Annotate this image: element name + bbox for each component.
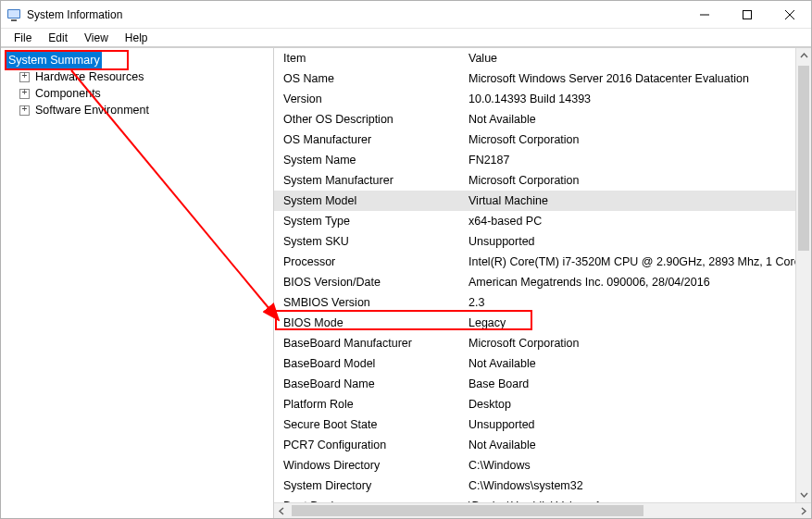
column-header-value[interactable]: Value [459,48,811,68]
detail-panel: Item Value OS NameMicrosoft Windows Serv… [274,48,811,518]
cell-value: Unsupported [459,414,811,435]
scroll-left-icon[interactable] [274,507,290,515]
properties-grid: Item Value OS NameMicrosoft Windows Serv… [274,48,811,502]
table-row[interactable]: SMBIOS Version2.3 [274,292,811,313]
close-button[interactable] [768,1,811,28]
tree-node-software-environment[interactable]: Software Environment [19,102,268,118]
cell-item: Secure Boot State [274,414,459,435]
column-header-item[interactable]: Item [274,48,459,68]
scrollbar-track[interactable] [290,503,795,518]
cell-value: Microsoft Corporation [459,333,811,353]
titlebar: System Information [1,1,811,29]
cell-value: Microsoft Corporation [459,170,811,191]
cell-item: SMBIOS Version [274,292,459,313]
menubar: File Edit View Help [1,29,811,47]
cell-item: OS Manufacturer [274,130,459,150]
table-row[interactable]: BIOS Version/DateAmerican Megatrends Inc… [274,272,811,292]
table-row[interactable]: Boot Device\Device\HarddiskVolume1 [274,496,811,502]
table-row[interactable]: OS NameMicrosoft Windows Server 2016 Dat… [274,68,811,89]
menu-view[interactable]: View [77,30,116,46]
cell-value: C:\Windows\system32 [459,476,811,496]
tree-node-hardware-resources[interactable]: Hardware Resources [19,68,268,85]
system-information-window: System Information File Edit View Help S… [0,0,812,519]
cell-value: x64-based PC [459,211,811,231]
maximize-button[interactable] [726,1,768,28]
cell-item: System Model [274,191,459,211]
cell-item: System Name [274,150,459,170]
cell-item: Windows Directory [274,455,459,476]
menu-file[interactable]: File [6,30,39,46]
cell-value: Intel(R) Core(TM) i7-3520M CPU @ 2.90GHz… [459,252,811,272]
cell-item: Other OS Description [274,109,459,130]
app-icon [6,7,21,22]
cell-value: Microsoft Corporation [459,130,811,150]
menu-edit[interactable]: Edit [41,30,75,46]
cell-item: Boot Device [274,496,459,502]
table-row[interactable]: OS ManufacturerMicrosoft Corporation [274,130,811,150]
cell-item: BaseBoard Model [274,353,459,374]
cell-item: System Type [274,211,459,231]
scrollbar-thumb[interactable] [292,505,643,516]
table-row[interactable]: System SKUUnsupported [274,231,811,252]
tree-panel: System Summary Hardware Resources Compon… [1,48,274,518]
tree-node-label: Components [33,85,103,102]
vertical-scrollbar[interactable] [795,48,811,502]
table-row[interactable]: System NameFN2187 [274,150,811,170]
expand-icon[interactable] [19,89,30,99]
svg-rect-2 [11,19,17,21]
tree-node-components[interactable]: Components [19,85,268,102]
scroll-up-icon[interactable] [796,48,811,64]
expand-icon[interactable] [19,105,30,116]
table-row[interactable]: System Typex64-based PC [274,211,811,231]
content-area: System Summary Hardware Resources Compon… [1,47,811,518]
cell-value: 10.0.14393 Build 14393 [459,89,811,109]
horizontal-scrollbar[interactable] [274,502,811,518]
cell-value: Microsoft Windows Server 2016 Datacenter… [459,68,811,89]
menu-help[interactable]: Help [118,30,156,46]
table-row[interactable]: Windows DirectoryC:\Windows [274,455,811,476]
grid-header-row: Item Value [274,48,811,68]
expand-icon[interactable] [19,72,30,82]
table-row[interactable]: Secure Boot StateUnsupported [274,414,811,435]
scroll-down-icon[interactable] [796,487,811,502]
tree-node-label: Software Environment [33,102,151,118]
table-row[interactable]: BIOS ModeLegacy [274,313,811,333]
tree-node-label: Hardware Resources [33,68,145,85]
scrollbar-track[interactable] [796,64,811,487]
cell-value: 2.3 [459,292,811,313]
table-row[interactable]: BaseBoard ManufacturerMicrosoft Corporat… [274,333,811,353]
tree-node-label: System Summary [6,52,102,68]
cell-value: Not Available [459,109,811,130]
table-row[interactable]: BaseBoard ModelNot Available [274,353,811,374]
scrollbar-thumb[interactable] [798,66,809,251]
cell-value: \Device\HarddiskVolume1 [459,496,811,502]
table-row[interactable]: System DirectoryC:\Windows\system32 [274,476,811,496]
cell-item: System SKU [274,231,459,252]
table-row[interactable]: BaseBoard NameBase Board [274,374,811,394]
cell-item: System Directory [274,476,459,496]
table-row[interactable]: Other OS DescriptionNot Available [274,109,811,130]
table-row[interactable]: System ModelVirtual Machine [274,191,811,211]
minimize-button[interactable] [683,1,726,28]
cell-value: Virtual Machine [459,191,811,211]
tree-node-system-summary[interactable]: System Summary [6,52,268,68]
cell-item: Platform Role [274,394,459,414]
cell-item: BIOS Version/Date [274,272,459,292]
cell-item: OS Name [274,68,459,89]
window-title: System Information [27,8,122,21]
table-row[interactable]: PCR7 ConfigurationNot Available [274,435,811,455]
cell-value: Not Available [459,435,811,455]
cell-item: Version [274,89,459,109]
cell-value: Base Board [459,374,811,394]
cell-item: BaseBoard Manufacturer [274,333,459,353]
cell-item: System Manufacturer [274,170,459,191]
table-row[interactable]: System ManufacturerMicrosoft Corporation [274,170,811,191]
cell-value: FN2187 [459,150,811,170]
cell-item: BIOS Mode [274,313,459,333]
table-row[interactable]: ProcessorIntel(R) Core(TM) i7-3520M CPU … [274,252,811,272]
cell-value: Legacy [459,313,811,333]
table-row[interactable]: Version10.0.14393 Build 14393 [274,89,811,109]
cell-item: Processor [274,252,459,272]
scroll-right-icon[interactable] [795,507,811,515]
table-row[interactable]: Platform RoleDesktop [274,394,811,414]
